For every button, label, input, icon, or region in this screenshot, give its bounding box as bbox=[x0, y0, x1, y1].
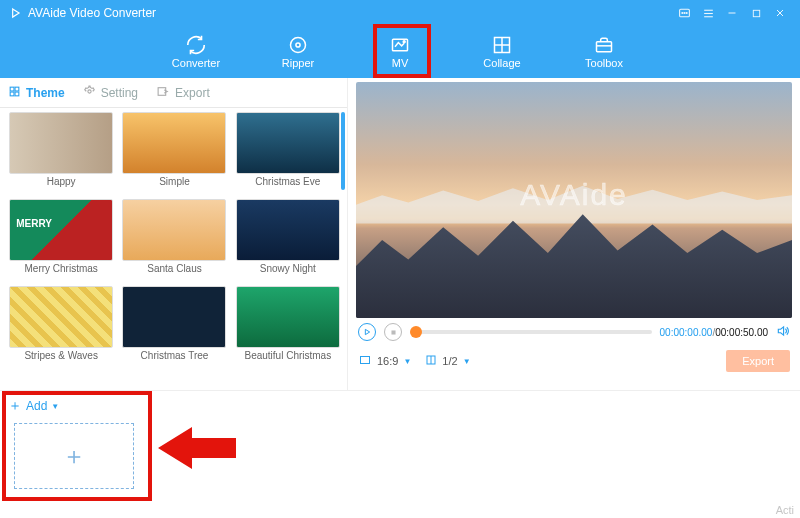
nav-label: Collage bbox=[483, 57, 520, 69]
left-panel: Theme Setting Export HappySimpleChristma… bbox=[0, 78, 348, 390]
theme-area: HappySimpleChristmas EveMerry ChristmasS… bbox=[0, 108, 347, 390]
theme-thumbnail bbox=[122, 112, 226, 174]
theme-item[interactable]: Christmas Eve bbox=[233, 112, 343, 196]
theme-thumbnail bbox=[122, 286, 226, 348]
play-button[interactable] bbox=[358, 323, 376, 341]
svg-rect-22 bbox=[15, 87, 19, 91]
svg-point-3 bbox=[683, 12, 684, 13]
nav-label: Converter bbox=[172, 57, 220, 69]
aspect-value: 16:9 bbox=[377, 355, 398, 367]
theme-item[interactable]: Santa Claus bbox=[119, 199, 229, 283]
svg-rect-21 bbox=[10, 87, 14, 91]
volume-icon[interactable] bbox=[776, 324, 790, 340]
time-display: 00:00:00.00/00:00:50.00 bbox=[660, 327, 768, 338]
nav-collage[interactable]: Collage bbox=[475, 35, 529, 69]
player-bar: 00:00:00.00/00:00:50.00 bbox=[348, 318, 800, 346]
svg-point-13 bbox=[296, 43, 300, 47]
theme-thumbnail bbox=[9, 112, 113, 174]
theme-item[interactable]: Christmas Tree bbox=[119, 286, 229, 370]
mv-icon bbox=[389, 35, 411, 55]
menu-icon[interactable] bbox=[696, 3, 720, 23]
preview-area: AVAide bbox=[356, 82, 792, 318]
toolbox-icon bbox=[594, 35, 614, 55]
add-button[interactable]: ＋ Add ▼ bbox=[8, 397, 59, 415]
time-elapsed: 00:00:00.00 bbox=[660, 327, 713, 338]
theme-thumbnail bbox=[122, 199, 226, 261]
theme-thumbnail bbox=[236, 112, 340, 174]
svg-point-15 bbox=[403, 41, 405, 43]
left-tabs: Theme Setting Export bbox=[0, 78, 347, 108]
theme-scrollbar[interactable] bbox=[341, 112, 345, 190]
page-value: 1/2 bbox=[442, 355, 457, 367]
app-title: AVAide Video Converter bbox=[28, 6, 156, 20]
converter-icon bbox=[185, 35, 207, 55]
svg-point-12 bbox=[291, 38, 306, 53]
options-bar: 16:9 ▼ 1/2 ▼ Export bbox=[348, 346, 800, 376]
theme-item[interactable]: Beautiful Christmas bbox=[233, 286, 343, 370]
theme-label: Santa Claus bbox=[147, 263, 201, 274]
svg-point-2 bbox=[681, 12, 682, 13]
minimize-button[interactable] bbox=[720, 3, 744, 23]
add-media-slot[interactable]: ＋ bbox=[14, 423, 134, 489]
tab-export[interactable]: Export bbox=[156, 85, 210, 101]
nav-converter[interactable]: Converter bbox=[169, 35, 223, 69]
nav-label: Ripper bbox=[282, 57, 314, 69]
app-logo: AVAide Video Converter bbox=[8, 6, 156, 20]
add-label: Add bbox=[26, 399, 47, 413]
svg-marker-0 bbox=[13, 9, 19, 17]
svg-rect-30 bbox=[361, 357, 370, 364]
svg-rect-9 bbox=[753, 10, 759, 16]
theme-item[interactable]: Merry Christmas bbox=[6, 199, 116, 283]
maximize-button[interactable] bbox=[744, 3, 768, 23]
theme-label: Stripes & Waves bbox=[24, 350, 98, 361]
theme-item[interactable]: Stripes & Waves bbox=[6, 286, 116, 370]
export-icon bbox=[156, 85, 170, 101]
nav-toolbox[interactable]: Toolbox bbox=[577, 35, 631, 69]
collage-icon bbox=[492, 35, 512, 55]
page-selector[interactable]: 1/2 ▼ bbox=[425, 354, 470, 368]
theme-thumbnail bbox=[236, 286, 340, 348]
nav-label: MV bbox=[392, 57, 409, 69]
bottom-panel: ＋ Add ▼ ＋ Acti bbox=[0, 390, 800, 518]
svg-rect-24 bbox=[15, 92, 19, 96]
svg-rect-26 bbox=[158, 87, 166, 95]
svg-marker-27 bbox=[365, 329, 369, 334]
preview-brand: AVAide bbox=[520, 178, 628, 212]
theme-item[interactable]: Snowy Night bbox=[233, 199, 343, 283]
theme-icon bbox=[8, 85, 21, 101]
theme-label: Merry Christmas bbox=[24, 263, 97, 274]
theme-thumbnail bbox=[236, 199, 340, 261]
theme-thumbnail bbox=[9, 286, 113, 348]
right-panel: AVAide 00:00:00.00/00:00:50.00 16:9 ▼ 1/… bbox=[348, 78, 800, 390]
plus-icon: ＋ bbox=[62, 440, 86, 472]
chevron-down-icon: ▼ bbox=[403, 357, 411, 366]
theme-item[interactable]: Simple bbox=[119, 112, 229, 196]
export-button[interactable]: Export bbox=[726, 350, 790, 372]
theme-label: Happy bbox=[47, 176, 76, 187]
seek-knob[interactable] bbox=[410, 326, 422, 338]
nav-ripper[interactable]: Ripper bbox=[271, 35, 325, 69]
annotation-arrow bbox=[158, 421, 238, 475]
feedback-icon[interactable] bbox=[672, 3, 696, 23]
chevron-down-icon: ▼ bbox=[463, 357, 471, 366]
svg-point-4 bbox=[686, 12, 687, 13]
seek-bar[interactable] bbox=[410, 330, 652, 334]
svg-rect-23 bbox=[10, 92, 14, 96]
nav-label: Toolbox bbox=[585, 57, 623, 69]
nav-mv[interactable]: MV bbox=[373, 35, 427, 69]
aspect-icon bbox=[358, 354, 372, 368]
page-icon bbox=[425, 354, 437, 368]
svg-rect-28 bbox=[391, 330, 395, 334]
theme-item[interactable]: Happy bbox=[6, 112, 116, 196]
close-button[interactable] bbox=[768, 3, 792, 23]
stop-button[interactable] bbox=[384, 323, 402, 341]
aspect-selector[interactable]: 16:9 ▼ bbox=[358, 354, 411, 368]
tab-setting[interactable]: Setting bbox=[83, 85, 138, 101]
svg-rect-19 bbox=[597, 42, 612, 52]
theme-label: Simple bbox=[159, 176, 190, 187]
watermark-text: Acti bbox=[776, 504, 794, 516]
plus-icon: ＋ bbox=[8, 397, 22, 415]
tab-label: Setting bbox=[101, 86, 138, 100]
tab-theme[interactable]: Theme bbox=[8, 85, 65, 101]
theme-label: Beautiful Christmas bbox=[244, 350, 331, 361]
